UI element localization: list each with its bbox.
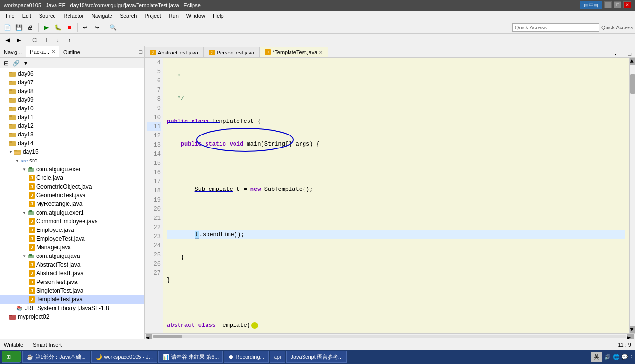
type-button[interactable]: T xyxy=(41,35,52,45)
tree-item-singleton-test[interactable]: J SingletonTest.java xyxy=(0,286,144,295)
horizontal-scrollbar[interactable]: ◀ ▶ xyxy=(145,333,635,339)
tree-item-jre[interactable]: 📚 JRE System Library [JavaSE-1.8] xyxy=(0,304,144,312)
start-button[interactable]: ⊞ xyxy=(2,351,21,363)
scrollbar-down-btn[interactable]: ▼ xyxy=(630,326,635,333)
tree-item-manager[interactable]: J Manager.java xyxy=(0,243,144,252)
sidebar-tab-package-close[interactable]: ✕ xyxy=(51,49,55,54)
tree-item-day11[interactable]: day11 xyxy=(0,113,144,121)
scrollbar-right-btn[interactable]: ▶ xyxy=(627,334,634,339)
tree-item-day09[interactable]: day09 xyxy=(0,95,144,104)
scrollbar-up-btn[interactable]: ▲ xyxy=(630,58,635,65)
menu-help[interactable]: Help xyxy=(209,12,228,20)
tree-item-com-atguigu-exer1[interactable]: ▼ com.atguigu.exer1 xyxy=(0,208,144,217)
tree-item-myproject02[interactable]: myproject02 xyxy=(0,312,144,321)
print-button[interactable]: 🖨 xyxy=(25,23,36,32)
tree-item-person-test[interactable]: J PersonTest.java xyxy=(0,278,144,286)
taskbar-ppt[interactable]: 📊 请桂谷 朱红果 第6... xyxy=(158,351,223,363)
tree-item-com-atguigu-java[interactable]: ▼ com.atguigu.java xyxy=(0,252,144,260)
tree-item-src[interactable]: ▼ src src xyxy=(0,156,144,165)
tree-item-common-employee[interactable]: J CommonEmployee.java xyxy=(0,217,144,226)
menu-window[interactable]: Window xyxy=(182,12,209,20)
code-editor[interactable]: 4 5 6 7 8 9 10 11 12 13 14 15 16 17 18 1… xyxy=(145,58,635,333)
debug-button[interactable]: 🐛 xyxy=(53,23,63,32)
ime-indicator[interactable]: 英 xyxy=(591,352,602,362)
tree-item-day12[interactable]: day12 xyxy=(0,121,144,130)
close-button[interactable]: ✕ xyxy=(623,1,631,8)
back-button[interactable]: ◀ xyxy=(2,35,13,45)
forward-button[interactable]: ▶ xyxy=(14,35,24,45)
quick-access-input[interactable] xyxy=(512,23,599,32)
tree-item-employee[interactable]: J Employee.java xyxy=(0,226,144,234)
line-num-13: 13 xyxy=(147,140,161,149)
tree-item-abstract-test[interactable]: J AbstractTest.java xyxy=(0,260,144,269)
sidebar-maximize-btn[interactable]: □ xyxy=(139,49,142,55)
save-button[interactable]: 💾 xyxy=(14,23,24,32)
keyword-token: public xyxy=(167,118,188,125)
run-button[interactable]: ▶ xyxy=(41,23,52,32)
sidebar-minimize-btn[interactable]: _ xyxy=(135,49,138,55)
code-line-13: } xyxy=(167,275,625,284)
tree-item-circle[interactable]: J Circle.java xyxy=(0,174,144,182)
tree-item-com-atguigu-exer[interactable]: ▼ com.atguigu.exer xyxy=(0,165,144,174)
tree-item-abstract-test1[interactable]: J AbstractTest1.java xyxy=(0,269,144,278)
menu-refactor[interactable]: Refactor xyxy=(60,12,88,20)
menu-source[interactable]: Source xyxy=(35,12,60,20)
maximize-button[interactable]: □ xyxy=(614,1,621,8)
editor-tab-list-btn[interactable]: ▾ xyxy=(612,51,619,57)
menu-navigate[interactable]: Navigate xyxy=(87,12,116,20)
code-text[interactable]: * */ public class TemplateTest { public … xyxy=(163,58,629,333)
menu-run[interactable]: Run xyxy=(165,12,182,20)
tree-item-day10[interactable]: day10 xyxy=(0,104,144,113)
tree-item-day14[interactable]: day14 xyxy=(0,139,144,148)
line-num-18: 18 xyxy=(147,186,161,195)
scrollbar-thumb[interactable] xyxy=(630,74,635,94)
taskbar-java-basics[interactable]: ☕ 第1部分：Java基础... xyxy=(22,351,90,363)
tree-label: day09 xyxy=(18,96,34,103)
editor-tab-close[interactable]: ✕ xyxy=(319,50,323,55)
menu-file[interactable]: File xyxy=(2,12,18,20)
scrollbar-left-btn[interactable]: ◀ xyxy=(146,334,152,339)
redo-button[interactable]: ↪ xyxy=(92,23,102,32)
link-editor-button[interactable]: 🔗 xyxy=(12,59,20,67)
collapse-all-button[interactable]: ⊟ xyxy=(2,59,11,67)
prev-annot-button[interactable]: ↑ xyxy=(64,35,75,45)
search-button[interactable]: 🔍 xyxy=(108,23,118,32)
tree-item-day06[interactable]: day06 xyxy=(0,69,144,78)
editor-tab-max-btn[interactable]: □ xyxy=(626,52,633,57)
editor-tab-persontest[interactable]: J PersonTest.java xyxy=(204,47,260,57)
undo-button[interactable]: ↩ xyxy=(80,23,91,32)
sidebar-tab-outline[interactable]: Outline xyxy=(59,46,84,57)
menu-search[interactable]: Search xyxy=(116,12,141,20)
menu-edit[interactable]: Edit xyxy=(18,12,35,20)
tree-item-employee-test[interactable]: J EmployeeTest.java xyxy=(0,234,144,243)
tree-item-day15[interactable]: ▼ day15 xyxy=(0,148,144,156)
editor-tab-abstracttest[interactable]: J AbstractTest.java xyxy=(145,47,204,57)
line-num-6: 6 xyxy=(147,76,161,85)
taskbar-recording[interactable]: ⏺ Recording... xyxy=(224,351,268,363)
hierarchy-button[interactable]: ⬡ xyxy=(29,35,40,45)
taskbar-js-ref[interactable]: JavaScript 语言参考... xyxy=(286,351,347,363)
stop-button[interactable]: ⏹ xyxy=(64,23,75,32)
tree-label: Manager.java xyxy=(36,244,71,251)
menu-project[interactable]: Project xyxy=(140,12,165,20)
tree-item-day13[interactable]: day13 xyxy=(0,130,144,139)
tree-item-geometric-object[interactable]: J GeometricObject.java xyxy=(0,182,144,191)
tree-item-day07[interactable]: day07 xyxy=(0,78,144,87)
project-icon xyxy=(9,313,16,321)
minimize-button[interactable]: ─ xyxy=(604,1,612,8)
taskbar-workspace[interactable]: 🌙 workspace0105 - J... xyxy=(91,351,158,363)
new-button[interactable]: 📄 xyxy=(2,23,13,32)
h-scrollbar-thumb[interactable] xyxy=(153,335,182,338)
editor-tab-min-btn[interactable]: _ xyxy=(619,52,626,57)
editor-tab-templatetest[interactable]: J *TemplateTest.java ✕ xyxy=(260,47,328,57)
vertical-scrollbar[interactable]: ▲ ▼ xyxy=(629,58,635,333)
sidebar-tab-navigate[interactable]: Navig... xyxy=(0,46,26,57)
tree-item-my-rectangle[interactable]: J MyRectangle.java xyxy=(0,200,144,208)
next-annot-button[interactable]: ↓ xyxy=(53,35,63,45)
tree-item-template-test[interactable]: J TemplateTest.java xyxy=(0,295,144,304)
sidebar-tab-package[interactable]: Packa... ✕ xyxy=(26,46,59,57)
tree-item-day08[interactable]: day08 xyxy=(0,87,144,95)
tree-item-geometric-test[interactable]: J GeometricTest.java xyxy=(0,191,144,200)
view-menu-button[interactable]: ▾ xyxy=(21,59,30,67)
taskbar-api[interactable]: api xyxy=(270,351,286,363)
